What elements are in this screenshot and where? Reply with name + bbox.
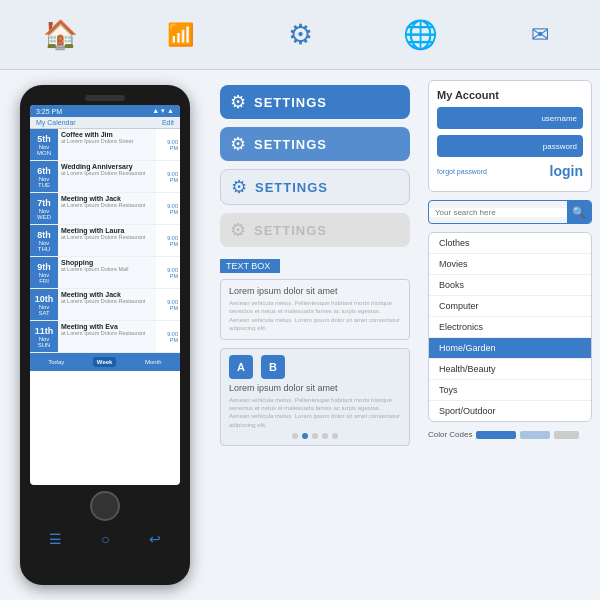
text-box-label: TEXT BOX — [220, 255, 410, 273]
nav-globe[interactable]: 🌐 — [380, 10, 460, 60]
nav-month[interactable]: Month — [141, 357, 166, 367]
settings-button-2[interactable]: ⚙ SETTINGS — [220, 127, 410, 161]
settings-button-3[interactable]: ⚙ SETTINGS — [220, 169, 410, 205]
phone-back-icon: ↩ — [149, 531, 161, 547]
text-box-2-content: A B Lorem ipsum dolor sit amet Aenean ve… — [220, 348, 410, 447]
settings-label-2: SETTINGS — [254, 137, 327, 152]
search-button[interactable]: 🔍 — [567, 200, 591, 224]
phone-circle-icon: ○ — [101, 531, 109, 547]
text-box-1-content: Lorem ipsum dolor sit amet Aenean vehicu… — [220, 279, 410, 340]
settings-label-1: SETTINGS — [254, 95, 327, 110]
dot-2[interactable] — [302, 433, 308, 439]
phone-screen: 3:25 PM ▲ ▾ ▲ My Calendar Edit 5th Nov M… — [30, 105, 180, 485]
button-b[interactable]: B — [261, 355, 285, 379]
phone-bottom-nav: Today Week Month — [30, 353, 180, 371]
phone-section: 3:25 PM ▲ ▾ ▲ My Calendar Edit 5th Nov M… — [0, 70, 210, 600]
category-sport-outdoor[interactable]: Sport/Outdoor — [429, 401, 591, 421]
phone-body: 3:25 PM ▲ ▾ ▲ My Calendar Edit 5th Nov M… — [20, 85, 190, 585]
color-bar-light — [520, 431, 550, 439]
password-label: password — [543, 142, 577, 151]
search-bar[interactable]: 🔍 — [428, 200, 592, 224]
calendar-title: My Calendar — [36, 119, 76, 126]
settings-icon: ⚙ — [288, 18, 313, 51]
phone-menu-icon: ☰ — [49, 531, 62, 547]
event-4[interactable]: 8th Nov THU Meeting with Laura at Lorem … — [30, 225, 180, 257]
settings-label-4: SETTINGS — [254, 223, 327, 238]
nav-week[interactable]: Week — [93, 357, 117, 367]
category-electronics[interactable]: Electronics — [429, 317, 591, 338]
nav-signal[interactable]: 📶 — [140, 10, 220, 60]
category-clothes[interactable]: Clothes — [429, 233, 591, 254]
username-field: username — [437, 107, 583, 129]
categories-list: Clothes Movies Books Computer Electronic… — [428, 232, 592, 422]
category-computer[interactable]: Computer — [429, 296, 591, 317]
nav-today[interactable]: Today — [44, 357, 68, 367]
middle-section: ⚙ SETTINGS ⚙ SETTINGS ⚙ SETTINGS ⚙ SETTI… — [210, 70, 420, 600]
category-toys[interactable]: Toys — [429, 380, 591, 401]
settings-label-3: SETTINGS — [255, 180, 328, 195]
dot-4[interactable] — [322, 433, 328, 439]
event-5[interactable]: 9th Nov FRI Shopping at Lorem Ipsum Dolo… — [30, 257, 180, 289]
settings-button-4[interactable]: ⚙ SETTINGS — [220, 213, 410, 247]
username-label: username — [541, 114, 577, 123]
signal-icon: 📶 — [167, 22, 194, 48]
category-health-beauty[interactable]: Health/Beauty — [429, 359, 591, 380]
account-section: My Account username password forgot pass… — [428, 80, 592, 192]
pagination — [229, 433, 401, 439]
nav-mail[interactable]: ✉ — [500, 10, 580, 60]
time-display: 3:25 PM — [36, 108, 62, 115]
calendar-edit[interactable]: Edit — [162, 119, 174, 126]
mail-icon: ✉ — [531, 22, 549, 48]
main-content: 3:25 PM ▲ ▾ ▲ My Calendar Edit 5th Nov M… — [0, 70, 600, 600]
password-field: password — [437, 135, 583, 157]
settings-gear-icon-3: ⚙ — [231, 176, 247, 198]
top-nav: 🏠 📶 ⚙ 🌐 ✉ — [0, 0, 600, 70]
settings-button-1[interactable]: ⚙ SETTINGS — [220, 85, 410, 119]
category-movies[interactable]: Movies — [429, 254, 591, 275]
calendar-header: My Calendar Edit — [30, 117, 180, 129]
settings-gear-icon-4: ⚙ — [230, 219, 246, 241]
event-6[interactable]: 10th Nov SAT Meeting with Jack at Lorem … — [30, 289, 180, 321]
status-bar: 3:25 PM ▲ ▾ ▲ — [30, 105, 180, 117]
phone-speaker — [85, 95, 125, 101]
event-7[interactable]: 11th Nov SUN Meeting with Eva at Lorem I… — [30, 321, 180, 353]
account-title: My Account — [437, 89, 583, 101]
text-box-1: TEXT BOX Lorem ipsum dolor sit amet Aene… — [220, 255, 410, 340]
phone-bottom-bar: ☰ ○ ↩ — [20, 527, 190, 551]
text-box-1-body: Aenean vehicula metus. Pellentesque habi… — [229, 299, 401, 333]
nav-home[interactable]: 🏠 — [20, 10, 100, 60]
search-input[interactable] — [429, 208, 567, 217]
dot-3[interactable] — [312, 433, 318, 439]
dot-1[interactable] — [292, 433, 298, 439]
ab-buttons: A B — [229, 355, 401, 379]
dot-5[interactable] — [332, 433, 338, 439]
search-icon: 🔍 — [572, 206, 586, 219]
button-a[interactable]: A — [229, 355, 253, 379]
status-icons: ▲ ▾ ▲ — [152, 107, 174, 115]
text-box-1-title: Lorem ipsum dolor sit amet — [229, 286, 401, 296]
event-3[interactable]: 7th Nov WED Meeting with Jack at Lorem I… — [30, 193, 180, 225]
category-home-garden[interactable]: Home/Garden — [429, 338, 591, 359]
event-1[interactable]: 5th Nov MON Coffee with Jim at Lorem Ips… — [30, 129, 180, 161]
phone-home-button[interactable] — [90, 491, 120, 521]
text-box-2-title: Lorem ipsum dolor sit amet — [229, 383, 401, 393]
right-section: My Account username password forgot pass… — [420, 70, 600, 600]
forgot-password-link[interactable]: forgot password — [437, 168, 487, 175]
settings-gear-icon-2: ⚙ — [230, 133, 246, 155]
event-2[interactable]: 6th Nov TUE Wedding Anniversary at Lorem… — [30, 161, 180, 193]
text-box-2-body: Aenean vehicula metus. Pellentesque habi… — [229, 396, 401, 430]
login-button[interactable]: login — [550, 163, 583, 179]
color-codes-label: Color Codes — [428, 430, 472, 439]
nav-settings[interactable]: ⚙ — [260, 10, 340, 60]
home-icon: 🏠 — [43, 18, 78, 51]
category-books[interactable]: Books — [429, 275, 591, 296]
color-bar-blue — [476, 431, 516, 439]
settings-gear-icon-1: ⚙ — [230, 91, 246, 113]
color-bar-gray — [554, 431, 579, 439]
text-box-2: A B Lorem ipsum dolor sit amet Aenean ve… — [220, 348, 410, 447]
color-codes-section: Color Codes — [428, 430, 592, 439]
globe-icon: 🌐 — [403, 18, 438, 51]
account-links: forgot password login — [437, 163, 583, 179]
